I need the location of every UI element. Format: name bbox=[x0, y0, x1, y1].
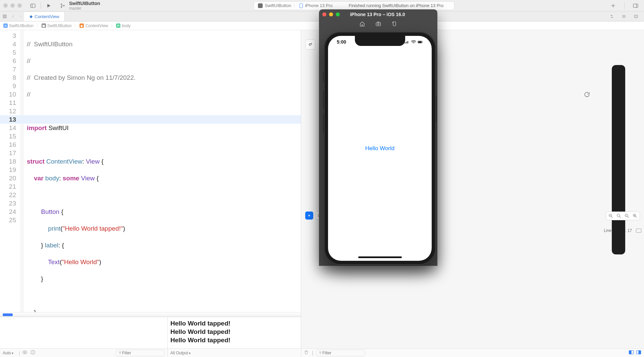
swift-file-icon: ◆ bbox=[79, 23, 84, 28]
preview-device-frame bbox=[612, 65, 625, 254]
editor-options-icon[interactable] bbox=[619, 14, 629, 19]
simulator-titlebar[interactable]: iPhone 13 Pro – iOS 16.0 bbox=[319, 9, 437, 19]
minimap-toggle-icon[interactable] bbox=[636, 229, 641, 233]
jumpbar-app: SwiftUIButton bbox=[9, 23, 34, 28]
svg-text:1: 1 bbox=[626, 215, 627, 217]
project-name: SwiftUIButton bbox=[69, 1, 100, 6]
folder-icon: ▣ bbox=[42, 23, 46, 28]
library-icon[interactable] bbox=[632, 2, 639, 9]
chevron-right-icon: 〉 bbox=[74, 23, 78, 28]
window-minimize-icon[interactable] bbox=[10, 3, 15, 8]
sim-close-icon[interactable] bbox=[322, 12, 326, 16]
nav-back-icon[interactable] bbox=[9, 11, 17, 21]
project-icon: A bbox=[3, 23, 8, 28]
variables-view[interactable]: Auto | bbox=[0, 317, 168, 357]
svg-point-50 bbox=[377, 23, 379, 25]
window-close-icon[interactable] bbox=[3, 3, 8, 8]
sim-screenshot-icon[interactable] bbox=[375, 21, 381, 28]
fold-ribbon[interactable] bbox=[20, 30, 23, 312]
zoom-actual-icon[interactable]: 1 bbox=[624, 213, 630, 219]
simulator-device[interactable]: 5:00 Hello World bbox=[324, 32, 436, 265]
console-output: Hello World tapped! Hello World tapped! … bbox=[168, 317, 301, 346]
toolbar-separator bbox=[41, 2, 41, 9]
window-traffic-lights bbox=[3, 3, 22, 8]
svg-rect-12 bbox=[3, 17, 4, 18]
hello-world-button[interactable]: Hello World bbox=[365, 145, 395, 152]
related-items-icon[interactable] bbox=[0, 11, 9, 21]
simulator-toolbar bbox=[319, 19, 437, 29]
svg-point-40 bbox=[617, 214, 620, 217]
toolbar-separator bbox=[624, 2, 625, 9]
app-icon bbox=[258, 3, 263, 8]
run-button-icon[interactable] bbox=[45, 2, 52, 9]
svg-point-19 bbox=[24, 352, 25, 353]
home-indicator-icon[interactable] bbox=[358, 256, 402, 258]
jumpbar-folder: SwiftUIButton bbox=[47, 23, 72, 28]
debug-mode-selector[interactable]: Auto bbox=[3, 351, 13, 355]
zoom-out-icon[interactable] bbox=[608, 213, 613, 219]
debug-area-drag-handle[interactable] bbox=[0, 312, 301, 317]
svg-rect-34 bbox=[639, 350, 641, 354]
source-editor[interactable]: 3 4 5 6 7 8 9 10 11 12 13 14 15 16 17 18… bbox=[0, 30, 301, 312]
canvas-bottom-bar: | bbox=[301, 348, 644, 357]
svg-rect-49 bbox=[376, 22, 381, 26]
scheme-project-block[interactable]: SwiftUIButton master bbox=[58, 1, 100, 11]
live-preview-icon[interactable] bbox=[305, 212, 313, 220]
svg-point-3 bbox=[61, 4, 62, 5]
svg-rect-0 bbox=[31, 4, 35, 7]
tab-contentview[interactable]: ◆ ContentView bbox=[24, 11, 65, 21]
branch-icon bbox=[59, 2, 66, 9]
canvas-filter[interactable] bbox=[316, 350, 365, 356]
svg-rect-13 bbox=[5, 17, 6, 18]
simulator-title: iPhone 13 Pro – iOS 16.0 bbox=[340, 12, 415, 17]
nav-forward-icon[interactable] bbox=[17, 11, 24, 21]
window-zoom-icon[interactable] bbox=[17, 3, 22, 8]
svg-line-41 bbox=[620, 217, 621, 218]
code-text[interactable]: // SwiftUIButton // // Created by Simon … bbox=[23, 30, 301, 312]
drag-handle-icon bbox=[3, 313, 13, 316]
add-tab-icon[interactable] bbox=[609, 2, 617, 9]
build-status-text: Finished running SwiftUIButton on iPhone… bbox=[349, 3, 444, 8]
sim-minimize-icon[interactable] bbox=[329, 12, 333, 16]
scheme-destination-pill[interactable]: SwiftUIButton 〉 iPhone 13 Pro Finished r… bbox=[254, 1, 454, 10]
svg-point-4 bbox=[61, 7, 62, 8]
debug-area: Auto | Hello World tapped! bbox=[0, 317, 301, 357]
variables-filter-input[interactable] bbox=[122, 351, 162, 355]
toggle-navigator-icon[interactable] bbox=[29, 2, 37, 9]
console-view[interactable]: Hello World tapped! Hello World tapped! … bbox=[168, 317, 301, 357]
toggle-left-debug-icon[interactable] bbox=[629, 350, 634, 356]
swift-file-icon: ◆ bbox=[30, 14, 33, 19]
sim-rotate-icon[interactable] bbox=[391, 21, 397, 28]
variables-filter[interactable] bbox=[116, 350, 165, 356]
branch-name: master bbox=[69, 6, 100, 11]
svg-point-22 bbox=[33, 351, 33, 352]
trash-icon[interactable] bbox=[304, 350, 309, 356]
canvas-filter-input[interactable] bbox=[322, 351, 363, 355]
info-icon[interactable] bbox=[30, 350, 36, 356]
quicklook-icon[interactable] bbox=[22, 350, 28, 356]
sim-zoom-icon[interactable] bbox=[336, 12, 340, 16]
editor-swap-icon[interactable] bbox=[607, 14, 616, 19]
zoom-in-icon[interactable] bbox=[632, 213, 638, 219]
svg-marker-35 bbox=[309, 215, 310, 217]
preview-refresh-icon[interactable] bbox=[582, 90, 592, 99]
chevron-right-icon: 〉 bbox=[111, 23, 115, 28]
volume-up-icon bbox=[323, 91, 324, 109]
svg-line-38 bbox=[611, 217, 612, 218]
zoom-fit-icon[interactable] bbox=[616, 213, 622, 219]
svg-line-46 bbox=[636, 217, 637, 218]
canvas-pin-icon[interactable] bbox=[305, 40, 315, 50]
device-screen[interactable]: 5:00 Hello World bbox=[328, 36, 432, 261]
jumpbar-symbol: body bbox=[122, 23, 130, 28]
sim-home-icon[interactable] bbox=[359, 21, 365, 28]
add-editor-icon[interactable] bbox=[631, 14, 641, 19]
svg-line-43 bbox=[628, 217, 629, 218]
toggle-right-debug-icon[interactable] bbox=[636, 350, 641, 356]
svg-rect-11 bbox=[5, 15, 6, 16]
chevron-right-icon: 〉 bbox=[293, 3, 298, 9]
chevron-right-icon: 〉 bbox=[36, 23, 40, 28]
output-selector[interactable]: All Output bbox=[170, 351, 191, 355]
property-icon: P bbox=[116, 23, 120, 28]
scheme-device-name: iPhone 13 Pro bbox=[305, 3, 332, 8]
svg-rect-10 bbox=[3, 15, 4, 16]
